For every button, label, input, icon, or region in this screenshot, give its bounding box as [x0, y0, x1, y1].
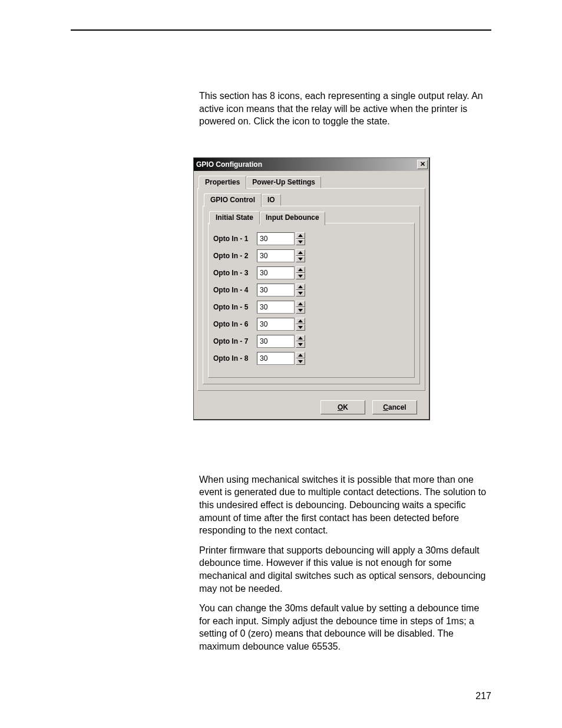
svg-marker-7	[298, 292, 303, 295]
opto-row-4: Opto In - 4	[213, 284, 409, 297]
opto-label: Opto In - 6	[213, 320, 257, 328]
opto-input-1[interactable]	[257, 232, 295, 245]
ok-rest: K	[343, 403, 348, 411]
svg-marker-4	[298, 268, 303, 271]
opto-label: Opto In - 2	[213, 252, 257, 260]
opto-label: Opto In - 7	[213, 337, 257, 345]
close-button[interactable]: ✕	[417, 160, 428, 169]
svg-marker-5	[298, 275, 303, 278]
close-icon: ✕	[420, 160, 425, 168]
cancel-rest: ancel	[388, 403, 406, 411]
horizontal-rule	[71, 29, 491, 31]
gpio-configuration-dialog: GPIO Configuration ✕ Properties Power-Up…	[193, 157, 430, 420]
tab-row-2: GPIO Control IO	[204, 192, 420, 206]
opto-input-5[interactable]	[257, 301, 295, 314]
spin-up-icon[interactable]	[296, 232, 305, 239]
opto-row-8: Opto In - 8	[213, 352, 409, 365]
opto-label: Opto In - 8	[213, 354, 257, 363]
opto-input-4[interactable]	[257, 284, 295, 297]
opto-input-3[interactable]	[257, 266, 295, 279]
dialog-titlebar: GPIO Configuration ✕	[194, 158, 429, 171]
svg-marker-6	[298, 285, 303, 288]
svg-marker-15	[298, 360, 303, 363]
opto-row-6: Opto In - 6	[213, 318, 409, 331]
spin-up-icon[interactable]	[296, 318, 305, 324]
spin-down-icon[interactable]	[296, 324, 305, 331]
opto-input-2[interactable]	[257, 249, 295, 262]
opto-row-3: Opto In - 3	[213, 266, 409, 279]
spin-up-icon[interactable]	[296, 352, 305, 358]
svg-marker-1	[298, 241, 303, 243]
spin-down-icon[interactable]	[296, 256, 305, 262]
svg-marker-3	[298, 258, 303, 261]
intro-paragraph: This section has 8 icons, each represent…	[199, 90, 491, 128]
tab-initial-state[interactable]: Initial State	[209, 211, 260, 225]
dialog-title: GPIO Configuration	[196, 160, 262, 169]
opto-row-7: Opto In - 7	[213, 335, 409, 348]
svg-marker-8	[298, 302, 303, 305]
spin-down-icon[interactable]	[296, 273, 305, 279]
opto-label: Opto In - 1	[213, 235, 257, 243]
ok-button[interactable]: OK	[320, 400, 365, 414]
svg-marker-0	[298, 234, 303, 237]
spin-down-icon[interactable]	[296, 341, 305, 348]
cancel-button[interactable]: Cancel	[372, 400, 417, 414]
spin-up-icon[interactable]	[296, 249, 305, 256]
svg-marker-2	[298, 251, 303, 254]
spin-up-icon[interactable]	[296, 284, 305, 290]
svg-marker-14	[298, 354, 303, 357]
debounce-panel: Opto In - 1 Opto In - 2	[208, 223, 415, 378]
tab-gpio-control[interactable]: GPIO Control	[204, 193, 262, 207]
svg-marker-10	[298, 319, 303, 322]
spin-up-icon[interactable]	[296, 266, 305, 273]
paragraph-2: When using mechanical switches it is pos…	[199, 473, 491, 537]
opto-input-8[interactable]	[257, 352, 295, 365]
opto-label: Opto In - 4	[213, 286, 257, 294]
opto-input-7[interactable]	[257, 335, 295, 348]
tab-input-debounce[interactable]: Input Debounce	[260, 212, 325, 225]
svg-marker-11	[298, 326, 303, 329]
tab-row-1: Properties Power-Up Settings	[199, 174, 425, 188]
paragraph-3: Printer firmware that supports debouncin…	[199, 544, 491, 595]
svg-marker-12	[298, 337, 303, 340]
opto-row-2: Opto In - 2	[213, 249, 409, 262]
paragraph-4: You can change the 30ms default value by…	[199, 602, 491, 653]
spin-down-icon[interactable]	[296, 307, 305, 314]
tab-properties[interactable]: Properties	[199, 176, 246, 189]
spin-up-icon[interactable]	[296, 301, 305, 307]
page-number: 217	[475, 691, 491, 701]
tab-row-3: Initial State Input Debounce	[209, 210, 415, 223]
spin-down-icon[interactable]	[296, 358, 305, 365]
spin-down-icon[interactable]	[296, 290, 305, 297]
opto-input-6[interactable]	[257, 318, 295, 331]
opto-label: Opto In - 5	[213, 303, 257, 311]
opto-row-1: Opto In - 1	[213, 232, 409, 245]
svg-marker-9	[298, 309, 303, 312]
svg-marker-13	[298, 343, 303, 346]
opto-label: Opto In - 3	[213, 269, 257, 277]
opto-row-5: Opto In - 5	[213, 301, 409, 314]
spin-up-icon[interactable]	[296, 335, 305, 341]
spin-down-icon[interactable]	[296, 239, 305, 245]
